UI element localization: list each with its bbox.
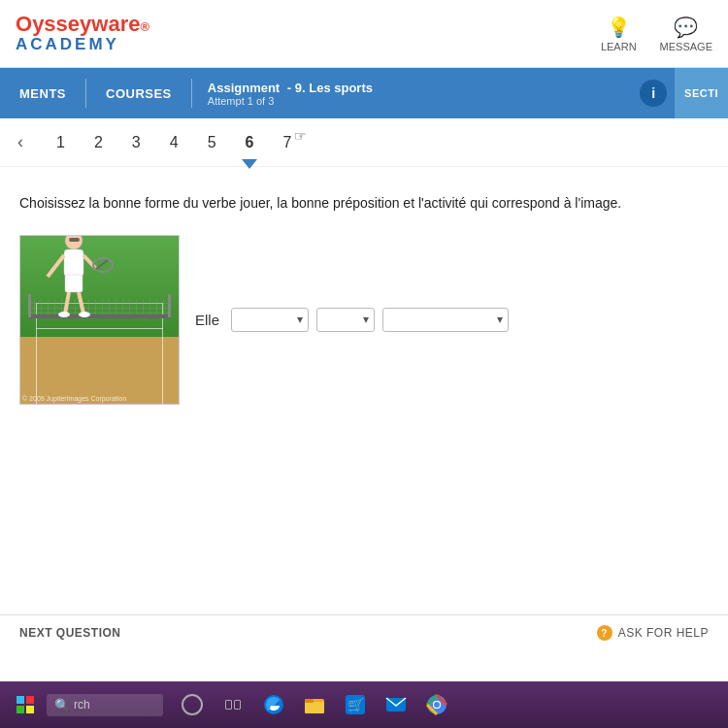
pagination-bar: ‹ 1 2 3 4 5 6 7 ☞ xyxy=(0,118,728,167)
bottom-bar: NEXT QUESTION ? ASK FOR HELP xyxy=(0,614,728,650)
tennis-image: © 2009 JupiterImages Corporation xyxy=(19,235,180,405)
question-instruction: Choisissez la bonne forme du verbe jouer… xyxy=(19,194,709,214)
svg-rect-15 xyxy=(26,706,34,713)
store-button[interactable]: 🛒 xyxy=(338,687,373,722)
cursor-pointer-icon: ☞ xyxy=(294,128,307,144)
activity-dropdown-wrapper: tennis football basketball volleyball xyxy=(382,308,509,332)
windows-icon xyxy=(16,695,35,714)
logo-registered: ® xyxy=(140,20,149,34)
logo-bottom: ACADEMY xyxy=(16,36,149,54)
help-icon: ? xyxy=(597,625,612,641)
svg-point-27 xyxy=(434,702,440,708)
message-label: MESSAGE xyxy=(660,41,712,52)
mail-button[interactable] xyxy=(379,687,414,722)
svg-point-0 xyxy=(65,235,83,249)
chrome-icon xyxy=(425,693,448,716)
message-button[interactable]: 💬 MESSAGE xyxy=(660,16,712,52)
task-view-button[interactable] xyxy=(215,687,250,722)
chrome-button[interactable] xyxy=(419,687,454,722)
logo-prefix: O xyxy=(16,13,32,36)
assignment-attempt: Attempt 1 of 3 xyxy=(208,95,624,107)
message-icon: 💬 xyxy=(674,16,698,39)
taskbar-search-box[interactable]: 🔍 rch xyxy=(47,694,163,716)
learn-icon: 💡 xyxy=(607,16,631,39)
image-copyright: © 2009 JupiterImages Corporation xyxy=(22,395,126,402)
tennis-player-svg xyxy=(30,235,117,333)
start-button[interactable] xyxy=(8,687,43,722)
svg-rect-13 xyxy=(26,696,34,704)
file-explorer-icon xyxy=(303,693,326,716)
svg-rect-19 xyxy=(305,699,314,703)
page-4[interactable]: 4 xyxy=(164,130,184,155)
edge-icon xyxy=(262,693,285,716)
nav-assignments[interactable]: MENTS xyxy=(0,68,85,118)
taskbar-app-icons: 🛒 xyxy=(175,687,454,722)
file-explorer-button[interactable] xyxy=(297,687,332,722)
svg-rect-12 xyxy=(17,696,24,704)
learn-label: LEARN xyxy=(601,41,637,52)
search-placeholder: rch xyxy=(74,698,90,711)
svg-line-3 xyxy=(65,292,69,314)
nav-bar: MENTS COURSES Assignment - 9. Les sports… xyxy=(0,68,728,118)
svg-text:🛒: 🛒 xyxy=(347,697,365,713)
verb-dropdown[interactable]: joue joues jouez jouons xyxy=(231,308,309,332)
activity-dropdown[interactable]: tennis football basketball volleyball xyxy=(382,308,509,332)
verb-dropdown-wrapper: joue joues jouez jouons xyxy=(231,308,309,332)
section-button[interactable]: SECTI xyxy=(675,68,728,118)
ask-help-button[interactable]: ? ASK FOR HELP xyxy=(597,625,709,641)
taskbar: 🔍 rch xyxy=(0,681,728,728)
net-post-right xyxy=(168,294,171,317)
nav-assignment-info: Assignment - 9. Les sports Attempt 1 of … xyxy=(192,81,640,107)
info-button[interactable]: i xyxy=(640,80,667,107)
preposition-dropdown[interactable]: au à la à l' aux xyxy=(316,308,375,332)
page-5[interactable]: 5 xyxy=(202,130,222,155)
svg-line-10 xyxy=(96,260,108,269)
svg-point-9 xyxy=(93,258,113,272)
active-page-indicator xyxy=(242,159,257,169)
svg-rect-18 xyxy=(305,702,324,713)
question-body: © 2009 JupiterImages Corporation Elle jo… xyxy=(19,235,709,405)
page-numbers: 1 2 3 4 5 6 7 ☞ xyxy=(50,130,297,155)
svg-rect-11 xyxy=(69,238,80,242)
nav-courses[interactable]: COURSES xyxy=(86,68,191,118)
next-question-button[interactable]: NEXT QUESTION xyxy=(19,626,121,640)
svg-line-7 xyxy=(48,255,64,277)
svg-rect-2 xyxy=(65,275,83,292)
main-content: Choisissez la bonne forme du verbe jouer… xyxy=(0,167,728,449)
svg-rect-14 xyxy=(17,706,24,713)
app-header: Oysseyware® ACADEMY 💡 LEARN 💬 MESSAGE xyxy=(0,0,728,68)
svg-rect-1 xyxy=(64,249,83,277)
store-icon: 🛒 xyxy=(344,693,367,716)
svg-line-4 xyxy=(79,292,83,314)
logo: Oysseyware® ACADEMY xyxy=(16,13,149,54)
page-6[interactable]: 6 xyxy=(240,130,260,155)
svg-point-5 xyxy=(58,312,70,317)
prev-arrow[interactable]: ‹ xyxy=(10,128,31,156)
mail-icon xyxy=(384,693,408,716)
header-actions: 💡 LEARN 💬 MESSAGE xyxy=(601,16,712,52)
page-3[interactable]: 3 xyxy=(126,130,147,155)
page-2[interactable]: 2 xyxy=(88,130,109,155)
cortana-button[interactable] xyxy=(175,687,210,722)
edge-browser-button[interactable] xyxy=(256,687,291,722)
answer-area: Elle joue joues jouez jouons au à la à l… xyxy=(195,308,509,332)
learn-button[interactable]: 💡 LEARN xyxy=(601,16,637,52)
page-1[interactable]: 1 xyxy=(50,130,71,155)
svg-point-6 xyxy=(79,312,90,317)
subject-label: Elle xyxy=(195,312,219,328)
preposition-dropdown-wrapper: au à la à l' aux xyxy=(316,308,375,332)
task-view-icon xyxy=(225,700,241,710)
assignment-title: Assignment - 9. Les sports xyxy=(208,81,624,95)
search-icon: 🔍 xyxy=(54,698,70,712)
cortana-icon xyxy=(182,694,203,715)
logo-top: ysseyware xyxy=(32,13,140,36)
page-7[interactable]: 7 ☞ xyxy=(277,130,297,155)
